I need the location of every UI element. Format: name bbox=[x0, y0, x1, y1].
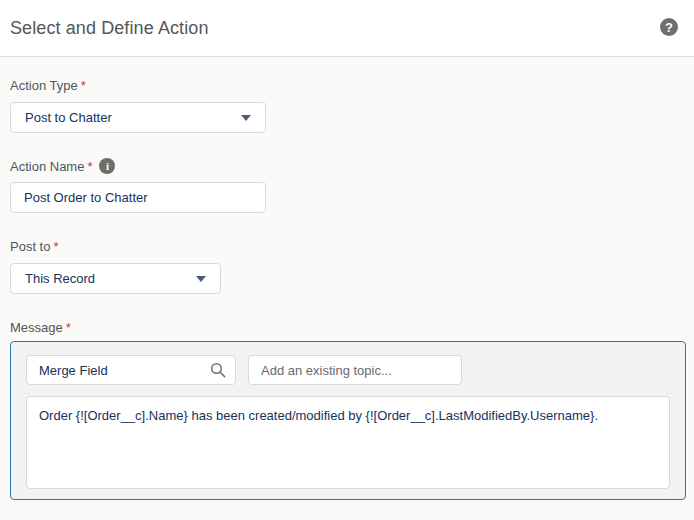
action-name-label: Action Name* i bbox=[10, 158, 684, 174]
action-type-label: Action Type* bbox=[10, 77, 684, 93]
required-asterisk: * bbox=[81, 78, 86, 93]
search-icon[interactable] bbox=[210, 362, 226, 378]
post-to-dropdown[interactable]: This Record bbox=[10, 263, 221, 294]
post-to-value: This Record bbox=[25, 271, 95, 286]
message-publisher: Order {![Order__c].Name} has been create… bbox=[10, 341, 686, 500]
page-title: Select and Define Action bbox=[10, 18, 209, 39]
action-type-dropdown[interactable]: Post to Chatter bbox=[10, 102, 266, 133]
topic-input[interactable] bbox=[248, 355, 462, 385]
chevron-down-icon bbox=[196, 276, 206, 282]
chevron-down-icon bbox=[241, 115, 251, 121]
post-to-label: Post to* bbox=[10, 238, 684, 254]
message-toolbar bbox=[26, 355, 670, 385]
required-asterisk: * bbox=[87, 159, 92, 174]
action-name-input[interactable] bbox=[10, 182, 266, 213]
required-asterisk: * bbox=[53, 239, 58, 254]
form-body: Action Type* Post to Chatter Action Name… bbox=[0, 77, 694, 500]
message-label: Message* bbox=[10, 319, 684, 335]
action-type-value: Post to Chatter bbox=[25, 110, 112, 125]
merge-field-input[interactable] bbox=[26, 355, 236, 385]
help-icon[interactable]: ? bbox=[660, 18, 678, 36]
info-icon[interactable]: i bbox=[99, 158, 115, 174]
panel-header: Select and Define Action ? bbox=[0, 0, 694, 57]
message-body-textarea[interactable]: Order {![Order__c].Name} has been create… bbox=[26, 396, 670, 489]
merge-field-lookup bbox=[26, 355, 236, 385]
required-asterisk: * bbox=[66, 320, 71, 335]
